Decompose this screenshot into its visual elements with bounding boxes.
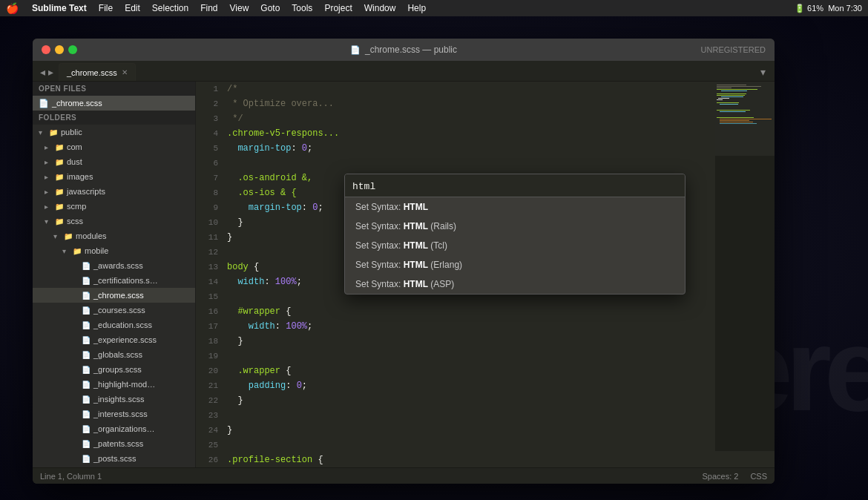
file-icon-interests: 📄	[82, 410, 91, 418]
code-area[interactable]: 123 456 789 101112 131415 161718 192021 …	[196, 82, 775, 467]
folder-scss[interactable]: ▾ 📁 scss	[33, 214, 195, 228]
window-title-text: _chrome.scss — public	[365, 45, 457, 55]
file-awards[interactable]: ▸ 📄 _awards.scss	[33, 258, 195, 273]
toggle-com: ▸	[45, 143, 52, 151]
file-icon-courses: 📄	[82, 306, 91, 315]
selection-menu[interactable]: Selection	[146, 0, 194, 16]
folder-dust[interactable]: ▸ 📁 dust	[33, 154, 195, 169]
editor-body: OPEN FILES 📄 _chrome.scss FOLDERS ▾ 📁 pu…	[33, 82, 775, 467]
code-line-3: */	[227, 111, 775, 126]
tab-chrome-scss[interactable]: _chrome.scss ✕	[59, 63, 136, 81]
file-patents[interactable]: ▸ 📄 _patents.scss	[33, 436, 195, 451]
file-organizations-label: _organizations…	[93, 424, 155, 433]
ac-html-asp[interactable]: Set Syntax: HTML (ASP)	[345, 274, 685, 294]
file-icon-awards: 📄	[82, 262, 91, 270]
autocomplete-search-box[interactable]	[345, 174, 685, 197]
folder-images[interactable]: ▸ 📁 images	[33, 169, 195, 184]
goto-menu[interactable]: Goto	[254, 0, 286, 16]
tab-nav-arrows[interactable]: ◂ ▸	[36, 63, 58, 81]
spacer-awards: ▸	[71, 262, 79, 270]
tab-dropdown-button[interactable]: ▾	[754, 63, 772, 81]
folder-icon-modules: 📁	[64, 232, 73, 240]
file-chrome-label: _chrome.scss	[93, 291, 144, 300]
folder-javascripts-label: javascripts	[67, 187, 105, 196]
file-globals[interactable]: ▸ 📄 _globals.scss	[33, 347, 195, 362]
open-file-chrome-scss[interactable]: 📄 _chrome.scss	[33, 96, 195, 111]
status-spaces[interactable]: Spaces: 2	[702, 472, 738, 481]
folder-scmp[interactable]: ▸ 📁 scmp	[33, 199, 195, 214]
toggle-dust: ▸	[45, 158, 52, 166]
folder-icon-mobile: 📁	[73, 247, 82, 255]
file-icon-organizations: 📄	[82, 425, 91, 433]
folder-public[interactable]: ▾ 📁 public	[33, 125, 195, 139]
spacer-experience: ▸	[71, 336, 79, 344]
file-certifications[interactable]: ▸ 📄 _certifications.s…	[33, 273, 195, 288]
file-interests[interactable]: ▸ 📄 _interests.scss	[33, 407, 195, 421]
folder-javascripts[interactable]: ▸ 📁 javascripts	[33, 184, 195, 199]
folder-scss-label: scss	[67, 217, 83, 226]
window-menu[interactable]: Window	[358, 0, 402, 16]
line-numbers: 123 456 789 101112 131415 161718 192021 …	[196, 82, 224, 467]
file-organizations[interactable]: ▸ 📄 _organizations…	[33, 421, 195, 436]
file-icon-globals: 📄	[82, 351, 91, 359]
spacer-posts: ▸	[71, 455, 79, 463]
ac-label-2: Set Syntax: HTML (Rails)	[355, 221, 456, 231]
app-name-menu[interactable]: Sublime Text	[26, 0, 93, 16]
folder-mobile[interactable]: ▾ 📁 mobile	[33, 243, 195, 258]
code-line-24: }	[227, 423, 775, 438]
code-line-6	[227, 156, 775, 171]
tab-close-button[interactable]: ✕	[122, 69, 128, 76]
file-menu[interactable]: File	[93, 0, 119, 16]
ac-html-plain[interactable]: Set Syntax: HTML	[345, 197, 685, 217]
folder-com-label: com	[67, 142, 82, 151]
menubar-right: 🔋 61% Mon 7:30	[795, 4, 862, 13]
status-syntax[interactable]: CSS	[750, 472, 767, 481]
title-bar: 📄 _chrome.scss — public UNREGISTERED	[33, 39, 775, 61]
folder-icon-com: 📁	[55, 143, 64, 151]
project-menu[interactable]: Project	[318, 0, 358, 16]
file-icon-certifications: 📄	[82, 277, 91, 285]
file-groups[interactable]: ▸ 📄 _groups.scss	[33, 362, 195, 377]
help-menu[interactable]: Help	[401, 0, 432, 16]
toggle-modules: ▾	[53, 232, 61, 240]
folder-com[interactable]: ▸ 📁 com	[33, 139, 195, 154]
editor-window: 📄 _chrome.scss — public UNREGISTERED ◂ ▸…	[33, 39, 775, 484]
spacer-highlight: ▸	[71, 381, 79, 389]
spacer-interests: ▸	[71, 410, 79, 418]
tools-menu[interactable]: Tools	[286, 0, 318, 16]
code-line-5: margin-top: 0;	[227, 141, 775, 156]
spacer-cert: ▸	[71, 277, 79, 285]
minimize-button[interactable]	[55, 45, 64, 54]
window-title: 📄 _chrome.scss — public	[350, 45, 457, 55]
folder-icon-scss: 📁	[55, 217, 64, 226]
file-posts[interactable]: ▸ 📄 _posts.scss	[33, 451, 195, 466]
toggle-scmp: ▸	[45, 203, 52, 211]
file-chrome[interactable]: ▸ 📄 _chrome.scss	[33, 288, 195, 303]
toggle-scss: ▾	[45, 217, 52, 226]
file-highlight[interactable]: ▸ 📄 _highlight-mod…	[33, 377, 195, 392]
folders-header: FOLDERS	[33, 111, 195, 125]
find-menu[interactable]: Find	[194, 0, 223, 16]
file-courses[interactable]: ▸ 📄 _courses.scss	[33, 303, 195, 318]
ac-html-rails[interactable]: Set Syntax: HTML (Rails)	[345, 217, 685, 236]
sidebar: OPEN FILES 📄 _chrome.scss FOLDERS ▾ 📁 pu…	[33, 82, 196, 467]
autocomplete-search-input[interactable]	[352, 181, 677, 192]
file-awards-label: _awards.scss	[93, 261, 143, 270]
file-groups-label: _groups.scss	[93, 365, 142, 374]
folder-modules[interactable]: ▾ 📁 modules	[33, 228, 195, 243]
ac-html-tcl[interactable]: Set Syntax: HTML (Tcl)	[345, 236, 685, 255]
folder-icon-dust: 📁	[55, 158, 64, 166]
view-menu[interactable]: View	[224, 0, 255, 16]
edit-menu[interactable]: Edit	[119, 0, 146, 16]
folder-scmp-label: scmp	[67, 202, 86, 211]
file-icon-highlight: 📄	[82, 381, 91, 389]
svg-rect-19	[715, 82, 775, 156]
file-experience[interactable]: ▸ 📄 _experience.scss	[33, 332, 195, 347]
close-button[interactable]	[42, 45, 50, 54]
maximize-button[interactable]	[68, 45, 77, 54]
ac-label-3: Set Syntax: HTML (Tcl)	[355, 240, 447, 251]
file-insights[interactable]: ▸ 📄 _insights.scss	[33, 392, 195, 407]
ac-html-erlang[interactable]: Set Syntax: HTML (Erlang)	[345, 255, 685, 274]
apple-menu[interactable]: 🍎	[6, 2, 19, 14]
file-education[interactable]: ▸ 📄 _education.scss	[33, 318, 195, 332]
